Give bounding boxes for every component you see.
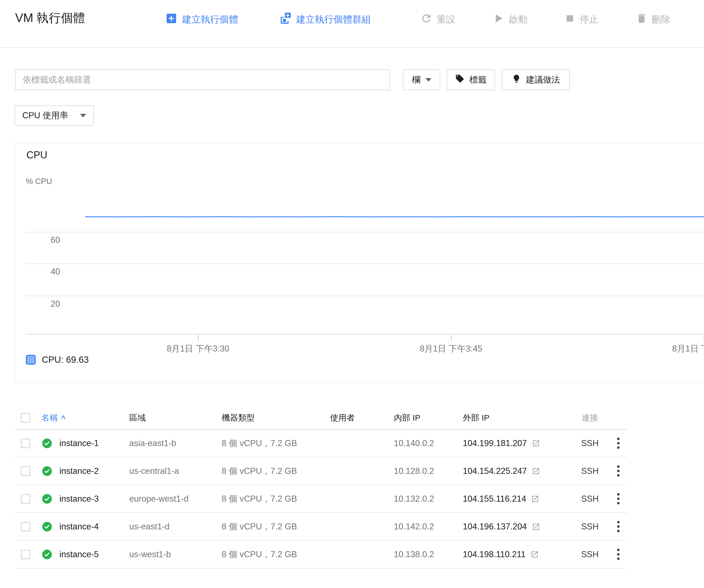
ssh-button[interactable]: SSH [581,438,599,448]
column-header-external-ip[interactable]: 外部 IP [463,412,573,423]
legend-label: CPU: 69.63 [42,354,89,365]
external-ip-value: 104.198.110.211 [463,549,526,560]
metric-select[interactable]: CPU 使用率 [14,105,94,126]
delete-button[interactable]: 刪除 [636,10,670,28]
chart-legend: CPU: 69.63 [26,354,89,365]
instance-name-link[interactable]: instance-2 [59,466,129,476]
more-vert-icon[interactable] [615,547,627,562]
create-instance-label: 建立執行個體 [182,13,238,26]
columns-button[interactable]: 欄 [403,69,440,90]
ssh-button[interactable]: SSH [581,466,599,476]
more-vert-icon[interactable] [615,436,627,451]
row-checkbox[interactable] [21,550,30,559]
filter-input[interactable] [15,69,390,90]
column-header-name[interactable]: 名稱 ^ [41,412,129,423]
start-icon [492,12,504,27]
external-ip-value: 104.199.181.207 [463,438,527,448]
zone-cell: us-west1-b [129,549,222,560]
cpu-chart-card: CPU % CPU 60 40 20 8月1日 下午3:30 8月1日 下午3:… [15,143,704,382]
x-tick-label: 8月1日 下 [672,343,704,354]
instance-name-link[interactable]: instance-3 [59,494,129,504]
row-checkbox[interactable] [21,494,30,504]
column-header-in-use-by[interactable]: 使用者 [330,412,394,423]
external-link-icon[interactable] [530,550,539,558]
create-instance-group-button[interactable]: 建立執行個體群組 [279,10,371,28]
create-instance-group-icon [279,12,292,27]
more-vert-icon[interactable] [615,464,627,478]
external-ip-value: 104.155.116.214 [463,494,526,504]
column-header-connect: 連接 [582,412,598,423]
delete-label: 刪除 [652,13,670,26]
running-status-icon [41,465,59,477]
more-vert-icon[interactable] [615,491,627,506]
ssh-button[interactable]: SSH [581,522,599,532]
more-vert-icon[interactable] [615,519,627,534]
create-instance-icon [165,12,178,27]
stop-button[interactable]: 停止 [564,10,598,28]
instance-name-link[interactable]: instance-1 [59,438,129,448]
reset-button[interactable]: 重設 [420,10,455,28]
chevron-down-icon [80,114,86,117]
table-row: instance-1 asia-east1-b 8 個 vCPU，7.2 GB … [15,429,627,457]
x-tick [198,335,198,341]
machine-type-cell: 8 個 vCPU，7.2 GB [222,493,330,505]
x-tick-label: 8月1日 下午3:45 [420,343,482,354]
delete-icon [636,13,647,26]
instance-name-link[interactable]: instance-4 [59,522,129,532]
vm-instances-table: 名稱 ^ 區域 機器類型 使用者 內部 IP 外部 IP 連接 instance… [15,407,627,569]
header-divider [0,47,704,48]
external-ip-cell: 104.154.225.247 [463,466,573,476]
ssh-button[interactable]: SSH [581,549,599,560]
machine-type-cell: 8 個 vCPU，7.2 GB [222,521,330,532]
row-checkbox[interactable] [21,522,30,531]
external-ip-cell: 104.196.137.204 [463,522,573,532]
external-link-icon[interactable] [531,495,539,503]
legend-series-swatch[interactable] [26,355,36,365]
create-instance-button[interactable]: 建立執行個體 [165,10,238,28]
sort-ascending-icon: ^ [61,414,65,423]
table-header-row: 名稱 ^ 區域 機器類型 使用者 內部 IP 外部 IP 連接 [15,407,627,429]
table-row: instance-2 us-central1-a 8 個 vCPU，7.2 GB… [15,457,627,485]
x-tick [451,335,452,341]
machine-type-cell: 8 個 vCPU，7.2 GB [222,437,330,449]
reset-icon [420,12,432,27]
instance-name-link[interactable]: instance-5 [59,549,129,560]
running-status-icon [41,521,59,532]
external-ip-cell: 104.199.181.207 [463,438,573,448]
select-all-checkbox[interactable] [21,413,30,422]
start-label: 啟動 [509,13,527,26]
row-checkbox[interactable] [21,439,30,448]
recommendations-button[interactable]: 建議做法 [502,69,570,90]
stop-icon [564,13,575,26]
external-link-icon[interactable] [532,439,540,448]
external-ip-value: 104.196.137.204 [463,522,527,532]
internal-ip-cell: 10.138.0.2 [394,549,463,560]
column-header-machine-type[interactable]: 機器類型 [222,412,330,423]
external-link-icon[interactable] [532,523,540,531]
start-button[interactable]: 啟動 [492,10,527,28]
column-header-internal-ip[interactable]: 內部 IP [394,412,463,423]
running-status-icon [41,493,59,505]
recommendations-button-label: 建議做法 [526,74,560,85]
internal-ip-cell: 10.132.0.2 [394,494,463,504]
labels-button[interactable]: 標籤 [447,69,495,90]
zone-cell: us-central1-a [129,466,222,476]
table-row: instance-4 us-east1-d 8 個 vCPU，7.2 GB 10… [15,513,627,541]
internal-ip-cell: 10.142.0.2 [394,522,463,532]
create-instance-group-label: 建立執行個體群組 [296,13,371,26]
labels-button-label: 標籤 [469,74,486,85]
ssh-button[interactable]: SSH [581,494,599,504]
machine-type-cell: 8 個 vCPU，7.2 GB [222,549,330,560]
x-tick-label: 8月1日 下午3:30 [167,343,229,354]
stop-label: 停止 [580,13,598,26]
machine-type-cell: 8 個 vCPU，7.2 GB [222,465,330,477]
column-header-zone[interactable]: 區域 [129,412,222,423]
external-link-icon[interactable] [532,467,540,475]
columns-button-label: 欄 [412,74,420,85]
row-checkbox[interactable] [21,466,30,476]
page-title: VM 執行個體 [15,10,85,26]
internal-ip-cell: 10.128.0.2 [394,466,463,476]
table-body: instance-1 asia-east1-b 8 個 vCPU，7.2 GB … [15,429,627,569]
table-row: instance-5 us-west1-b 8 個 vCPU，7.2 GB 10… [15,541,627,569]
running-status-icon [41,549,59,560]
